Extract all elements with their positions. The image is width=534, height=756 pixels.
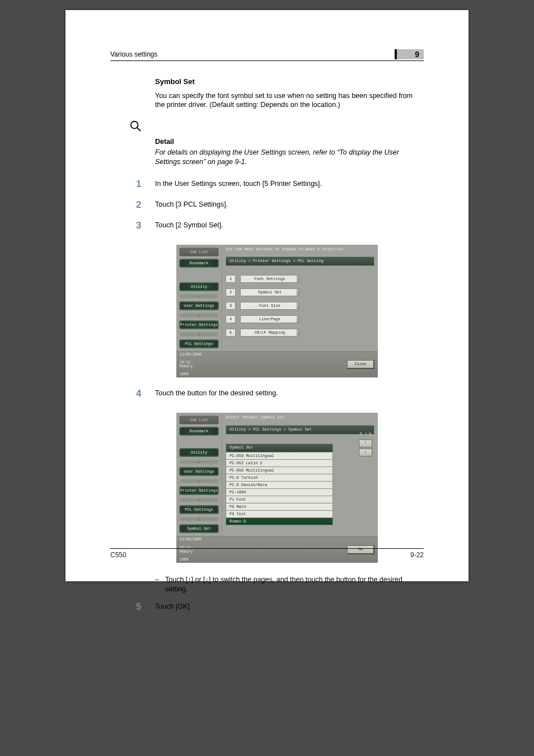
menu-number: 5 — [226, 329, 236, 337]
bookmark-tab[interactable]: Bookmark — [179, 259, 219, 268]
screenshot-sidebar: Job List Bookmark Utility ↓ User Setting… — [176, 245, 222, 351]
panel-instruction: Select default symbol set. — [226, 415, 374, 420]
page-footer: C550 9-22 — [110, 548, 424, 559]
menu-number: 3 — [226, 302, 236, 310]
section-intro: You can specify the font symbol set to u… — [155, 91, 424, 110]
footer-date: 11/09/2006 — [180, 353, 202, 357]
menu-label: Font Settings — [240, 275, 299, 283]
footer-mem-val: 100% — [180, 372, 202, 376]
menu-item-2[interactable]: 2 Symbol Set — [226, 288, 374, 296]
screenshot-symbol-set-list: Job List Bookmark Utility ↓ User Setting… — [176, 413, 378, 563]
step-text: Touch [3 PCL Settings]. — [155, 199, 228, 209]
down-arrow-icon: ↓ — [179, 312, 219, 318]
down-arrow-icon: ↓ — [179, 293, 219, 299]
chapter-stripe — [395, 49, 397, 59]
job-list-tab[interactable]: Job List — [179, 248, 219, 256]
list-item[interactable]: Pi Font — [226, 496, 332, 503]
magnifier-icon — [129, 120, 424, 135]
menu-label: Font Size — [240, 302, 299, 310]
list-item[interactable]: PC-8 Turkish — [226, 474, 332, 481]
job-list-tab[interactable]: Job List — [179, 416, 219, 424]
svg-point-0 — [131, 122, 138, 129]
footer-mem-label: Memory — [180, 365, 202, 368]
list-item[interactable]: PS Math — [226, 503, 332, 510]
chapter-number: 9 — [415, 50, 419, 59]
detail-text: For details on displaying the User Setti… — [155, 148, 424, 167]
down-arrow-icon: ↓ — [179, 478, 219, 484]
list-item[interactable]: PC-8 Danish/Norw — [226, 481, 332, 488]
step-1: 1 In the User Settings screen, touch [5 … — [155, 178, 424, 191]
down-arrow-icon: ↓ — [179, 459, 219, 465]
page-up-button[interactable]: ↑ — [359, 440, 372, 447]
menu-number: 4 — [226, 315, 236, 323]
section-heading: Symbol Set — [155, 77, 424, 87]
breadcrumb: Utility > PCL Settings > Symbol Set — [226, 425, 374, 435]
step-number: 2 — [136, 199, 155, 212]
page-down-button[interactable]: ↓ — [359, 449, 372, 456]
menu-label: Line/Page — [240, 315, 299, 323]
list-item[interactable]: PC-1004 — [226, 488, 332, 496]
running-header: Various settings 9 — [110, 49, 424, 61]
step-number: 3 — [136, 220, 155, 232]
panel-instruction: Use the menu buttons or keypad to make a… — [226, 247, 374, 252]
screenshot-sidebar: Job List Bookmark Utility ↓ User Setting… — [176, 413, 222, 536]
step-number: 1 — [136, 178, 155, 191]
symbol-set-list: Symbol Set PC-850 Multilingual PC-852 La… — [226, 444, 333, 525]
down-arrow-icon: ↓ — [179, 497, 219, 503]
step-2: 2 Touch [3 PCL Settings]. — [155, 199, 424, 212]
nav-symbol-set[interactable]: Symbol Set — [179, 524, 219, 533]
running-title: Various settings — [110, 50, 158, 58]
bullet-dash: – — [155, 575, 165, 585]
menu-label: CR/LF Mapping — [240, 329, 299, 337]
nav-utility[interactable]: Utility — [179, 282, 219, 291]
step-3: 3 Touch [2 Symbol Set]. — [155, 220, 424, 232]
menu-item-3[interactable]: 3 Font Size — [226, 302, 374, 310]
nav-pcl-settings[interactable]: PCL Settings — [179, 339, 219, 348]
list-item-selected[interactable]: Roman-8 — [226, 517, 332, 525]
list-item[interactable]: PC-852 Latin 2 — [226, 459, 332, 466]
detail-block: Detail For details on displaying the Use… — [155, 120, 424, 167]
nav-user-settings[interactable]: User Settings — [179, 467, 219, 476]
nav-printer-settings[interactable]: Printer Settings — [179, 486, 219, 495]
footer-date: 11/09/2006 — [180, 538, 202, 542]
step-text: Touch [OK]. — [155, 601, 191, 612]
down-arrow-icon: ↓ — [179, 332, 219, 337]
list-header: Symbol Set — [226, 444, 332, 451]
footer-time: 15:11 — [180, 361, 202, 365]
step-5: 5 Touch [OK]. — [155, 601, 424, 614]
step-text: Touch [2 Symbol Set]. — [155, 220, 223, 230]
list-item[interactable]: PC-850 Multilingual — [226, 452, 332, 459]
menu-item-1[interactable]: 1 Font Settings — [226, 275, 374, 283]
step-number: 5 — [136, 601, 155, 614]
bookmark-tab[interactable]: Bookmark — [179, 427, 219, 436]
menu-item-4[interactable]: 4 Line/Page — [226, 315, 374, 323]
close-button[interactable]: Close — [347, 360, 374, 369]
menu-label: Symbol Set — [240, 288, 299, 296]
nav-printer-settings[interactable]: Printer Settings — [179, 320, 219, 329]
svg-line-1 — [137, 128, 140, 131]
step-4-substep: – Touch [↑] or [↓] to switch the pages, … — [155, 575, 424, 594]
step-text: In the User Settings screen, touch [5 Pr… — [155, 178, 322, 189]
footer-model: C550 — [110, 551, 127, 559]
step-number: 4 — [136, 388, 155, 400]
list-item[interactable]: PS Text — [226, 510, 332, 517]
chapter-chip: 9 — [395, 49, 424, 59]
footer-page-number: 9-22 — [410, 551, 424, 559]
list-pager: 3 / 5 ↑ ↓ — [359, 432, 372, 456]
list-item[interactable]: PC-858 Multilingual — [226, 466, 332, 474]
nav-user-settings[interactable]: User Settings — [179, 301, 219, 310]
nav-utility[interactable]: Utility — [179, 448, 219, 457]
page: Various settings 9 Symbol Set You can sp… — [65, 10, 469, 581]
menu-item-5[interactable]: 5 CR/LF Mapping — [226, 329, 374, 337]
menu-number: 2 — [226, 288, 236, 296]
menu-number: 1 — [226, 275, 236, 283]
nav-pcl-settings[interactable]: PCL Settings — [179, 505, 219, 514]
substep-text: Touch [↑] or [↓] to switch the pages, an… — [165, 575, 424, 594]
down-arrow-icon: ↓ — [179, 516, 219, 522]
screenshot-pcl-menu: Job List Bookmark Utility ↓ User Setting… — [176, 245, 378, 378]
breadcrumb: Utility > Printer Settings > PCL Setting — [226, 256, 374, 266]
detail-label: Detail — [155, 137, 424, 147]
step-4: 4 Touch the button for the desired setti… — [155, 388, 424, 400]
panel-footer: 11/09/2006 15:11 Memory 100% Close — [176, 351, 378, 378]
step-text: Touch the button for the desired setting… — [155, 388, 278, 398]
